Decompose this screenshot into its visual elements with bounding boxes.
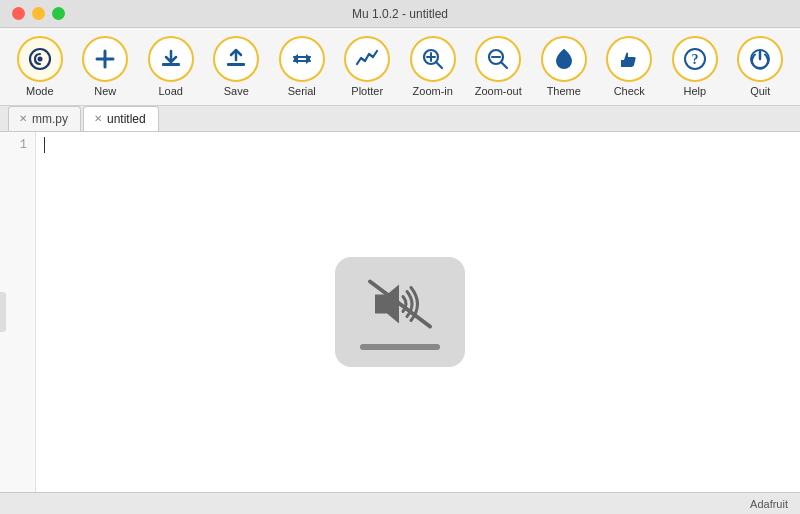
load-button[interactable]: Load: [139, 34, 203, 99]
check-label: Check: [614, 85, 645, 97]
tab-bar: ✕ mm.py ✕ untitled: [0, 106, 800, 132]
serial-icon: [289, 46, 315, 72]
toolbar: Mode New Load Save: [0, 28, 800, 106]
new-icon-wrap: [82, 36, 128, 82]
plotter-label: Plotter: [351, 85, 383, 97]
save-icon: [223, 46, 249, 72]
close-button[interactable]: [12, 7, 25, 20]
save-button[interactable]: Save: [205, 34, 269, 99]
mode-icon: [27, 46, 53, 72]
help-icon: ?: [682, 46, 708, 72]
tab-untitled[interactable]: ✕ untitled: [83, 106, 159, 131]
quit-button[interactable]: Quit: [729, 34, 793, 99]
theme-label: Theme: [547, 85, 581, 97]
quit-icon-wrap: [737, 36, 783, 82]
svg-point-1: [37, 57, 42, 62]
check-icon: [616, 46, 642, 72]
svg-rect-5: [162, 63, 180, 66]
title-bar: Mu 1.0.2 - untitled: [0, 0, 800, 28]
plotter-icon: [354, 46, 380, 72]
help-button[interactable]: ? Help: [663, 34, 727, 99]
tab-untitled-label: untitled: [107, 112, 146, 126]
help-icon-wrap: ?: [672, 36, 718, 82]
cursor-line: [44, 136, 792, 153]
check-button[interactable]: Check: [598, 34, 662, 99]
zoom-out-label: Zoom-out: [475, 85, 522, 97]
theme-icon: [551, 46, 577, 72]
load-icon: [158, 46, 184, 72]
quit-icon: [747, 46, 773, 72]
svg-line-15: [501, 62, 507, 68]
serial-button[interactable]: Serial: [270, 34, 334, 99]
mute-bar: [360, 344, 440, 350]
mode-button[interactable]: Mode: [8, 34, 72, 99]
resize-handle[interactable]: [0, 292, 6, 332]
mode-label: Mode: [26, 85, 54, 97]
save-icon-wrap: [213, 36, 259, 82]
minimize-button[interactable]: [32, 7, 45, 20]
load-label: Load: [159, 85, 183, 97]
editor-area: 1: [0, 132, 800, 492]
serial-label: Serial: [288, 85, 316, 97]
zoom-in-label: Zoom-in: [413, 85, 453, 97]
svg-line-12: [436, 62, 442, 68]
maximize-button[interactable]: [52, 7, 65, 20]
text-cursor: [44, 137, 45, 153]
theme-button[interactable]: Theme: [532, 34, 596, 99]
zoom-out-button[interactable]: Zoom-out: [467, 34, 531, 99]
help-label: Help: [683, 85, 706, 97]
save-label: Save: [224, 85, 249, 97]
window-controls: [12, 7, 65, 20]
zoom-in-button[interactable]: Zoom-in: [401, 34, 465, 99]
tab-mm-py[interactable]: ✕ mm.py: [8, 106, 81, 131]
svg-rect-6: [227, 63, 245, 66]
mute-overlay: [335, 257, 465, 367]
mode-icon-wrap: [17, 36, 63, 82]
tab-untitled-close[interactable]: ✕: [94, 114, 102, 124]
quit-label: Quit: [750, 85, 770, 97]
new-icon: [92, 46, 118, 72]
plotter-button[interactable]: Plotter: [336, 34, 400, 99]
tab-mm-py-close[interactable]: ✕: [19, 114, 27, 124]
zoom-in-icon: [420, 46, 446, 72]
mute-icon: [365, 274, 435, 334]
tab-mm-py-label: mm.py: [32, 112, 68, 126]
svg-text:?: ?: [691, 52, 698, 67]
zoom-out-icon: [485, 46, 511, 72]
new-label: New: [94, 85, 116, 97]
theme-icon-wrap: [541, 36, 587, 82]
load-icon-wrap: [148, 36, 194, 82]
new-button[interactable]: New: [74, 34, 138, 99]
window-title: Mu 1.0.2 - untitled: [352, 7, 448, 21]
serial-icon-wrap: [279, 36, 325, 82]
zoom-out-icon-wrap: [475, 36, 521, 82]
status-bar: Adafruit: [0, 492, 800, 514]
plotter-icon-wrap: [344, 36, 390, 82]
zoom-in-icon-wrap: [410, 36, 456, 82]
line-number-1: 1: [0, 136, 35, 154]
check-icon-wrap: [606, 36, 652, 82]
status-text: Adafruit: [750, 498, 788, 510]
